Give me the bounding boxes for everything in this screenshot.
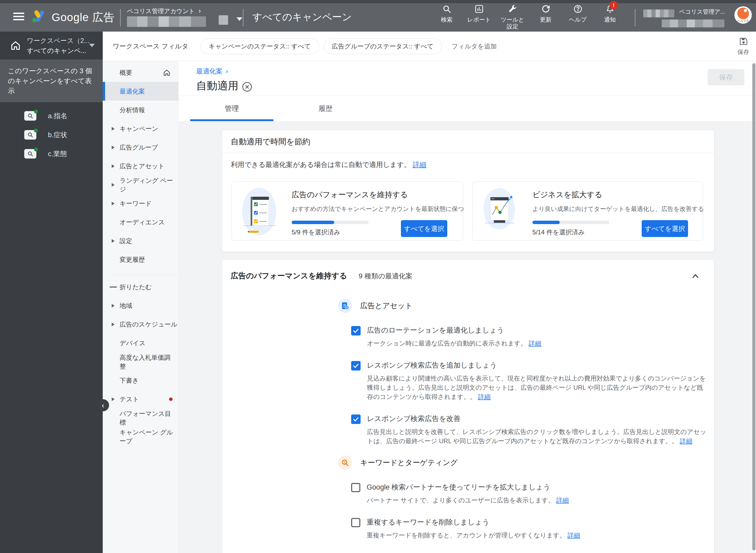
checkbox[interactable] (351, 326, 361, 335)
top-strip (0, 0, 756, 3)
google-ads-app: Google 広告 ペコリス管理アカウント› すべてのキャンペーン 検索レポート… (0, 0, 756, 553)
close-circle-icon[interactable] (241, 81, 253, 93)
tab-管理[interactable]: 管理 (190, 96, 274, 121)
sidebar-campaign-item[interactable]: a.指名 (0, 106, 103, 125)
sidebar-item-広告グループ[interactable]: 広告グループ (103, 138, 178, 157)
home-icon (162, 69, 171, 77)
filter-chip[interactable]: キャンペーンのステータス:: すべて (201, 38, 319, 54)
scrollbar-thumb[interactable] (752, 63, 755, 550)
sidebar-item-パフォーマンス目標[interactable]: パフォーマンス目標 (103, 408, 178, 427)
magnifier-icon (27, 151, 33, 157)
header-refresh-button[interactable]: 更新 (534, 4, 557, 23)
sidebar-item-広告のスケジュール[interactable]: 広告のスケジュール (103, 315, 178, 334)
sidebar-item-設定[interactable]: 設定 (103, 231, 178, 250)
recommendation-row: Google 検索パートナーを使ってリーチを拡大しましょうパートナー サイトで、… (351, 482, 714, 505)
recommendation-body: 重複するキーワードを削除しましょう重複キーワードを削除すると、アカウントが管理し… (367, 518, 580, 540)
show-all-campaigns-link[interactable]: このワークスペースの 3 個のキャンペーンをすべて表示 (0, 60, 103, 102)
save-filter-label: 保存 (738, 48, 749, 56)
header-bell-button[interactable]: 通知! (599, 4, 622, 23)
sidebar-item-概要[interactable]: 概要 (103, 63, 178, 82)
learn-more-link[interactable]: 詳細 (680, 438, 692, 445)
sidebar-campaign-item[interactable]: b.症状 (0, 125, 103, 144)
checkbox[interactable] (351, 414, 361, 424)
nav-item-label: キャンペーン (120, 124, 158, 133)
progress-track (292, 221, 369, 224)
sidebar-item-折りたたむ[interactable]: 折りたたむ (103, 278, 178, 296)
tools-icon (508, 4, 517, 14)
google-ads-logo-icon[interactable] (31, 8, 46, 24)
notification-dot (169, 397, 172, 401)
checkbox[interactable] (351, 518, 360, 527)
header-tool-label: ツールと設定 (500, 16, 525, 30)
sidebar-item-キャンペーン グループ[interactable]: キャンペーン グループ (103, 427, 178, 446)
auto-apply-card-desc: 利用できる最適化案がある場合は常に自動で適用します。 詳細 (231, 160, 427, 169)
sidebar-item-高度な入札単価調整[interactable]: 高度な入札単価調整 (103, 352, 178, 371)
add-filter-button[interactable]: フィルタを追加 (452, 42, 497, 51)
header-search-button[interactable]: 検索 (435, 4, 458, 23)
save-button[interactable]: 保存 (707, 69, 744, 85)
save-filter-button[interactable]: 保存 (738, 36, 749, 56)
sidebar-item-分析情報[interactable]: 分析情報 (103, 101, 178, 119)
nav-item-label: 設定 (120, 236, 132, 245)
header-help-button[interactable]: ヘルプ (566, 4, 590, 23)
account-selector[interactable]: ペコリス管理アカウント› (127, 7, 201, 15)
auto-apply-desc-text: 利用できる最適化案がある場合は常に自動で適用します。 (231, 161, 411, 168)
recommendations-title: 広告のパフォーマンスを維持する (231, 271, 347, 281)
filter-chips: キャンペーンのステータス:: すべて広告グループのステータス:: すべて (201, 38, 447, 54)
checkbox[interactable] (351, 483, 360, 492)
account-caret-down-icon[interactable] (237, 17, 242, 21)
select-all-button[interactable]: すべてを選択 (642, 220, 688, 237)
sidebar-item-変更履歴[interactable]: 変更履歴 (103, 250, 178, 269)
learn-more-link[interactable]: 詳細 (413, 161, 427, 168)
breadcrumb[interactable]: 最適化案› (196, 67, 228, 76)
sidebar-item-デバイス[interactable]: デバイス (103, 334, 178, 352)
select-all-button[interactable]: すべてを選択 (401, 220, 447, 237)
workspace-subtitle: すべてのキャンペ... (27, 46, 86, 55)
header-report-button[interactable]: レポート (467, 4, 491, 23)
workspace-selector[interactable]: ワークスペース（2... すべてのキャンペ... (0, 31, 103, 60)
sidebar-item-ランディング ページ[interactable]: ランディング ページ (103, 175, 178, 194)
chevron-right-icon (112, 183, 115, 187)
chevron-right-icon (112, 127, 115, 131)
header-tool-label: 更新 (540, 16, 551, 23)
nav-item-label: 折りたたむ (120, 283, 152, 291)
campaign-label: a.指名 (48, 111, 67, 121)
learn-more-link[interactable]: 詳細 (478, 393, 490, 400)
enabled-status-dot (34, 148, 38, 151)
filter-chip[interactable]: 広告グループのステータス:: すべて (324, 38, 442, 54)
learn-more-link[interactable]: 詳細 (568, 532, 580, 539)
sidebar-collapse-handle[interactable]: ‹ (97, 399, 109, 411)
sidebar-item-テスト[interactable]: テスト (103, 390, 178, 408)
learn-more-link[interactable]: 詳細 (556, 497, 569, 504)
hamburger-menu-icon[interactable] (13, 13, 24, 20)
checkbox[interactable] (351, 361, 361, 371)
recommendation-groups: 広告とアセット広告のローテーションを最適化しましょうオークション時に最適な広告が… (222, 289, 714, 553)
nav-item-label: パフォーマンス目標 (120, 409, 173, 426)
header-tools-button[interactable]: ツールと設定 (500, 4, 525, 30)
sidebar-item-地域[interactable]: 地域 (103, 296, 178, 315)
help-icon (573, 4, 583, 14)
sidebar-item-キーワード[interactable]: キーワード (103, 194, 178, 213)
nav-item-label: 地域 (120, 301, 132, 310)
sidebar-item-キャンペーン[interactable]: キャンペーン (103, 119, 178, 138)
sidebar-item-オーディエンス[interactable]: オーディエンス (103, 213, 178, 231)
workspace-caret-down-icon (89, 44, 95, 47)
sidebar-item-最適化案[interactable]: 最適化案 (103, 82, 178, 101)
profile-email-redacted (662, 19, 725, 27)
chevron-up-icon[interactable] (690, 271, 700, 281)
sidebar-item-下書き[interactable]: 下書き (103, 371, 178, 390)
sidebar-campaign-item[interactable]: c.業態 (0, 144, 103, 163)
promo-title: 広告のパフォーマンスを維持する (292, 189, 408, 200)
content-title: 自動適用 (196, 78, 238, 93)
card-divider (222, 153, 714, 153)
logo-text: Google 広告 (52, 10, 115, 25)
checklist-illustration (241, 185, 278, 237)
avatar[interactable]: ペコリス (734, 6, 752, 24)
breadcrumb-link[interactable]: 最適化案 (196, 67, 223, 75)
recommendation-row: レスポンシブ検索広告を追加しましょう見込み顧客により関連性の高い広告を表示して、… (351, 361, 714, 401)
recommendation-desc-text: 重複キーワードを削除すると、アカウントが管理しやすくなります。 (367, 532, 568, 539)
sidebar-item-広告とアセット[interactable]: 広告とアセット (103, 157, 178, 175)
tab-履歴[interactable]: 履歴 (284, 96, 367, 121)
learn-more-link[interactable]: 詳細 (529, 340, 541, 347)
chevron-right-icon (112, 304, 115, 308)
